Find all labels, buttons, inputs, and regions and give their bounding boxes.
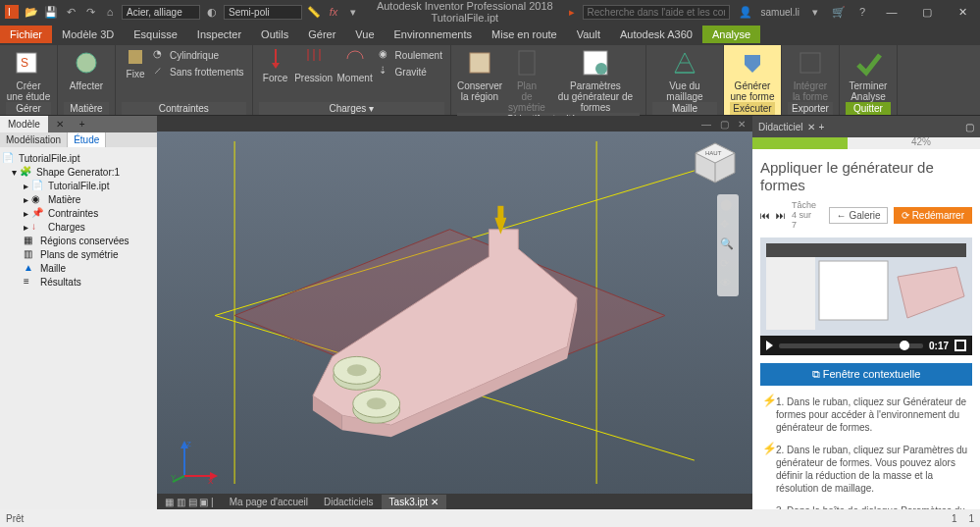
undo-icon[interactable]: ↶ (63, 4, 78, 20)
vp-tab-task3[interactable]: Task3.ipt ✕ (382, 495, 446, 509)
tab-fichier[interactable]: Fichier (0, 26, 52, 43)
tab-vue[interactable]: Vue (345, 26, 384, 43)
group-label-gerer: Gérer (6, 102, 51, 115)
tab-esquisse[interactable]: Esquisse (124, 26, 187, 43)
vue-maillage-button[interactable]: Vue du maillage (652, 47, 717, 102)
group-label-maille: Maille (652, 102, 717, 115)
model-tree[interactable]: 📄TutorialFile.ipt ▾🧩Shape Generator:1 ▸📄… (0, 147, 157, 509)
minimize-button[interactable]: — (878, 3, 905, 21)
tab-gerer[interactable]: Gérer (298, 26, 345, 43)
help-search-input[interactable] (583, 5, 730, 20)
moment-button[interactable]: Moment (335, 47, 375, 83)
roulement-button[interactable]: ◉Roulement (377, 47, 444, 63)
viewport-header: — ▢ ✕ (157, 116, 752, 132)
tree-plans-symetrie: ▥Plans de symétrie (2, 247, 155, 261)
nav-orbit-icon[interactable]: ⟳ (720, 257, 736, 273)
ribbon-group-maille: Vue du maillage Maille (646, 45, 724, 115)
tab-outils[interactable]: Outils (251, 26, 298, 43)
terminer-analyse-button[interactable]: Terminer Analyse (846, 47, 891, 102)
svg-rect-45 (766, 243, 966, 257)
tab-a360[interactable]: Autodesk A360 (610, 26, 702, 43)
home-icon[interactable]: ⌂ (102, 4, 118, 20)
subtab-etude[interactable]: Étude (68, 132, 106, 147)
video-seek-knob[interactable] (900, 341, 909, 350)
nav-zoom-icon[interactable]: 🔍 (720, 237, 736, 253)
vp-tab-didacticiels[interactable]: Didacticiels (316, 495, 382, 509)
open-icon[interactable]: 📂 (24, 4, 39, 20)
generer-forme-button[interactable]: Générer une forme (730, 47, 775, 102)
play-icon[interactable] (766, 341, 773, 350)
viewport-3d[interactable]: — ▢ ✕ (157, 116, 752, 509)
vp-tab-home[interactable]: Ma page d'accueil (222, 495, 316, 509)
vp-restore-icon[interactable]: ▢ (717, 117, 731, 131)
qat-dropdown-icon[interactable]: ▾ (345, 4, 361, 20)
pression-button[interactable]: Pression (294, 47, 334, 83)
bolt-icon: ⚡ (762, 444, 770, 495)
nav-pan-icon[interactable]: ✥ (720, 218, 736, 234)
fx-icon[interactable]: fx (326, 4, 341, 20)
fixe-button[interactable]: Fixe (122, 47, 149, 79)
cylindrique-button[interactable]: ◔Cylindrique (151, 47, 246, 63)
plan-symetrie-button[interactable]: Plan de symétrie (504, 47, 549, 113)
user-name[interactable]: samuel.li (761, 7, 799, 18)
tutorial-next-icon[interactable]: ⏭ (776, 210, 786, 221)
view-cube[interactable]: HAUT (692, 139, 739, 186)
ribbon-group-gerer: SCréer une étude Gérer (0, 45, 58, 115)
tab-vault[interactable]: Vault (567, 26, 610, 43)
tutorial-panel-close-icon[interactable]: ▢ (965, 122, 974, 132)
signin-icon[interactable]: 👤 (738, 4, 753, 20)
tutorial-tab-close-icon[interactable]: ✕ (807, 122, 815, 132)
close-button[interactable]: ✕ (949, 3, 976, 21)
render-combo[interactable] (224, 5, 302, 20)
model-tab-close-icon[interactable]: ✕ (48, 116, 72, 132)
fullscreen-icon[interactable] (954, 340, 966, 351)
create-study-button[interactable]: SCréer une étude (6, 47, 51, 102)
material-combo[interactable] (122, 5, 200, 20)
integrer-forme-button: Intégrer la forme (788, 47, 833, 102)
nav-wheel-icon[interactable]: ⬤ (720, 198, 736, 214)
model-tab[interactable]: Modèle (0, 116, 48, 132)
parametres-generateur-button[interactable]: Paramètres du générateur de formes (551, 47, 640, 113)
vp-tabs-icons[interactable]: ▦ ▥ ▤ ▣ | (157, 495, 222, 509)
nav-lookat-icon[interactable]: 👁 (720, 277, 736, 292)
tab-environnements[interactable]: Environnements (385, 26, 483, 43)
redemarrer-button[interactable]: ⟳Redémarrer (894, 207, 972, 224)
app-menu-icon[interactable]: I (4, 4, 20, 20)
svg-text:Y: Y (171, 473, 177, 482)
vp-close-icon[interactable]: ✕ (735, 117, 748, 131)
model-tab-add-icon[interactable]: + (72, 116, 93, 132)
tab-analyse[interactable]: Analyse (702, 26, 760, 43)
conserver-region-button[interactable]: Conserver la région (457, 47, 502, 102)
tree-resultats: ≡Résultats (2, 275, 155, 289)
redo-icon[interactable]: ↷ (82, 4, 98, 20)
tutorial-tab-add-icon[interactable]: + (819, 122, 825, 132)
tab-inspecter[interactable]: Inspecter (187, 26, 251, 43)
gravite-button[interactable]: ⇣Gravité (377, 64, 444, 79)
vp-minimize-icon[interactable]: — (699, 117, 713, 131)
video-seek-track[interactable] (779, 343, 923, 348)
save-icon[interactable]: 💾 (43, 4, 59, 20)
tutorial-tab-label[interactable]: Didacticiel (758, 122, 803, 132)
user-dropdown-icon[interactable]: ▾ (807, 4, 823, 20)
tree-shape-generator: ▾🧩Shape Generator:1 (2, 165, 155, 179)
tutorial-video[interactable]: 0:17 (760, 237, 972, 355)
svg-text:Z: Z (186, 440, 191, 448)
affecter-button[interactable]: Affecter (64, 47, 109, 91)
subtab-modelisation[interactable]: Modélisation (0, 132, 68, 147)
measure-icon[interactable]: 📏 (306, 4, 322, 20)
tab-miseenroute[interactable]: Mise en route (482, 26, 567, 43)
cart-icon[interactable]: 🛒 (831, 4, 847, 20)
appearance-icon[interactable]: ◐ (204, 4, 220, 20)
svg-rect-31 (497, 206, 503, 220)
force-button[interactable]: Force (259, 47, 292, 83)
sans-frottements-button[interactable]: ⟋Sans frottements (151, 64, 246, 79)
tab-modele3d[interactable]: Modèle 3D (52, 26, 124, 43)
nav-bar[interactable]: ⬤ ✥ 🔍 ⟳ 👁 (717, 194, 739, 296)
svg-point-14 (595, 63, 607, 75)
help-icon[interactable]: ? (854, 4, 870, 20)
canvas-3d[interactable] (157, 132, 752, 494)
maximize-button[interactable]: ▢ (913, 3, 941, 21)
galerie-button[interactable]: ←Galerie (829, 207, 887, 224)
fenetre-contextuelle-button[interactable]: ⧉ Fenêtre contextuelle (760, 363, 972, 386)
tutorial-first-icon[interactable]: ⏮ (760, 210, 770, 221)
